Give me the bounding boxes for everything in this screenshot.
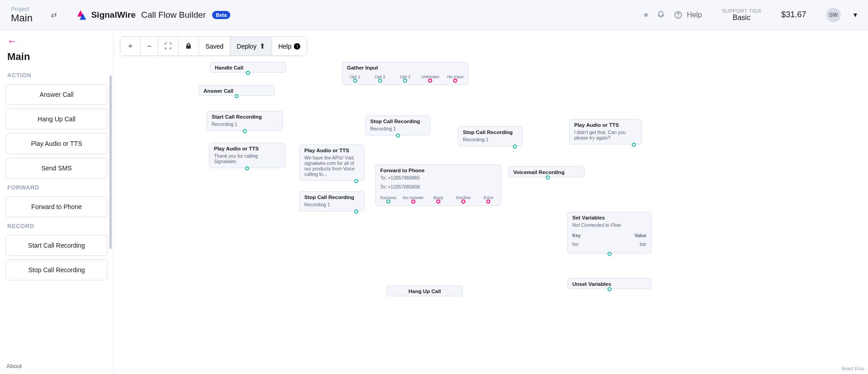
brand-sub: Call Flow Builder	[141, 10, 206, 20]
port-opt2[interactable]: Opt 2	[367, 72, 392, 80]
port-success[interactable]: Success	[376, 193, 401, 201]
forward-line2: To: +12057085808	[376, 184, 501, 193]
kv-head-key: Key	[572, 233, 635, 238]
palette-forward-to-phone[interactable]: Forward to Phone	[5, 196, 108, 217]
node-stop-rec-a[interactable]: Stop Call Recording Recording 1	[299, 191, 364, 211]
beta-badge: Beta	[212, 11, 230, 19]
fit-view-button[interactable]: ⛶	[158, 37, 179, 55]
svg-point-1	[678, 16, 679, 17]
node-sub: Thank you for calling Signalwire.	[209, 153, 285, 168]
zoom-in-button[interactable]: ＋	[120, 37, 141, 55]
node-title: Play Audio or TTS	[570, 120, 641, 130]
node-hang-up[interactable]: Hang Up Call	[387, 285, 463, 296]
port-noanswer[interactable]: No Answer	[401, 193, 426, 201]
port-unknown[interactable]: Unknown	[418, 72, 443, 80]
node-title: Stop Call Recording	[366, 116, 430, 126]
header-actions: Help SUPPORT TIER Basic $31.67 SW ▾	[644, 8, 857, 22]
palette-start-recording[interactable]: Start Call Recording	[5, 235, 108, 256]
node-answer-call[interactable]: Answer Call	[198, 85, 275, 96]
node-sub: Not Connected to Flow	[568, 222, 651, 231]
node-set-variables[interactable]: Set Variables Not Connected to Flow KeyV…	[567, 212, 651, 254]
bell-icon[interactable]	[657, 10, 665, 20]
plus-icon: ＋	[127, 41, 134, 51]
palette-answer-call[interactable]: Answer Call	[5, 84, 108, 105]
port-noinput[interactable]: No Input	[443, 72, 468, 80]
chevron-down-icon[interactable]: ▾	[853, 10, 857, 19]
zoom-out-button[interactable]: −	[141, 37, 158, 55]
help-label: Help	[687, 11, 702, 19]
sidebar-scrollbar[interactable]	[109, 75, 112, 365]
palette-play-audio[interactable]: Play Audio or TTS	[5, 133, 108, 154]
app-header: Project Main ⇄ SignalWire Call Flow Buil…	[0, 0, 868, 30]
avatar[interactable]: SW	[826, 8, 841, 22]
canvas-toolbar: ＋ − ⛶ 🔒︎ Saved Deploy⬆︎ Helpi	[120, 36, 307, 56]
account-balance[interactable]: $31.67	[781, 10, 806, 20]
node-title: Play Audio or TTS	[209, 143, 285, 153]
port-row: Opt 1 Opt 2 Opt 3 Unknown No Input	[342, 72, 468, 80]
upload-icon: ⬆︎	[259, 42, 265, 50]
node-play-retry[interactable]: Play Audio or TTS I didn't get that. Can…	[569, 119, 642, 145]
node-title: Set Variables	[568, 212, 651, 222]
help-btn-label: Help	[278, 43, 292, 50]
node-stop-rec-c[interactable]: Stop Call Recording Recording 1	[458, 126, 523, 146]
about-link[interactable]: About	[0, 358, 113, 374]
kv-head-value: Value	[635, 233, 646, 238]
node-title: Hang Up Call	[387, 286, 462, 296]
minus-icon: −	[147, 42, 151, 50]
sidebar: ← Main ACTION Answer Call Hang Up Call P…	[0, 30, 114, 374]
node-title: Stop Call Recording	[458, 127, 522, 137]
brand-logo-icon	[75, 9, 88, 21]
react-flow-credit: React Flow	[842, 366, 864, 371]
port-error[interactable]: Error	[476, 193, 501, 201]
brand: SignalWire Call Flow Builder Beta	[75, 9, 230, 21]
support-tier[interactable]: SUPPORT TIER Basic	[722, 8, 761, 22]
node-stop-rec-b[interactable]: Stop Call Recording Recording 1	[365, 115, 430, 135]
port-busy[interactable]: Busy	[426, 193, 451, 201]
flow-title: Main	[0, 49, 113, 68]
node-sub: Recording 1	[300, 202, 364, 211]
flow-canvas[interactable]: ＋ − ⛶ 🔒︎ Saved Deploy⬆︎ Helpi	[114, 30, 868, 374]
node-play-thanks[interactable]: Play Audio or TTS Thank you for calling …	[209, 143, 285, 168]
lock-button[interactable]: 🔒︎	[179, 37, 199, 55]
node-sub: I didn't get that. Can you please try ag…	[570, 130, 641, 144]
node-gather-input[interactable]: Gather Input Opt 1 Opt 2 Opt 3 Unknown N…	[342, 62, 468, 85]
node-title: Start Call Recording	[207, 111, 283, 121]
palette-hang-up-call[interactable]: Hang Up Call	[5, 109, 108, 130]
node-title: Gather Input	[342, 62, 468, 72]
deploy-label: Deploy	[237, 43, 257, 50]
help-icon[interactable]: Help	[674, 11, 702, 19]
node-title: Forward to Phone	[376, 165, 501, 175]
node-handle-call[interactable]: Handle Call	[210, 62, 286, 73]
node-forward-phone[interactable]: Forward to Phone To: +12057966865 To: +1…	[375, 165, 501, 206]
info-icon: i	[294, 43, 300, 50]
back-arrow-icon[interactable]: ←	[0, 30, 113, 49]
project-selector[interactable]: Project Main	[11, 5, 33, 24]
kv-key: foo	[572, 242, 640, 247]
help-button[interactable]: Helpi	[272, 37, 307, 55]
port-opt3[interactable]: Opt 3	[392, 72, 417, 80]
brand-name: SignalWire	[91, 10, 136, 20]
forward-line1: To: +12057966865	[376, 175, 501, 184]
node-unset-variables[interactable]: Unset Variables	[567, 278, 651, 289]
node-title: Play Audio or TTS	[300, 145, 364, 155]
section-record: RECORD	[0, 219, 113, 233]
kv-value: bar	[640, 242, 646, 247]
expand-icon: ⛶	[164, 42, 172, 50]
status-dot-icon	[644, 13, 648, 17]
project-name: Main	[11, 12, 33, 24]
port-opt1[interactable]: Opt 1	[342, 72, 367, 80]
palette-stop-recording[interactable]: Stop Call Recording	[5, 259, 108, 280]
section-forward: FORWARD	[0, 180, 113, 194]
tier-label: SUPPORT TIER	[722, 8, 761, 14]
palette-send-sms[interactable]: Send SMS	[5, 158, 108, 179]
lock-icon: 🔒︎	[185, 42, 192, 50]
port-row: Success No Answer Busy Decline Error	[376, 193, 501, 201]
node-voicemail[interactable]: Voicemail Recording	[508, 166, 585, 177]
swap-icon[interactable]: ⇄	[51, 10, 57, 19]
deploy-button[interactable]: Deploy⬆︎	[230, 37, 272, 55]
saved-status[interactable]: Saved	[199, 37, 230, 55]
node-start-recording[interactable]: Start Call Recording Recording 1	[207, 111, 283, 131]
section-action: ACTION	[0, 68, 113, 82]
node-play-apis[interactable]: Play Audio or TTS We have the APIs! Visi…	[299, 145, 364, 181]
port-decline[interactable]: Decline	[451, 193, 476, 201]
